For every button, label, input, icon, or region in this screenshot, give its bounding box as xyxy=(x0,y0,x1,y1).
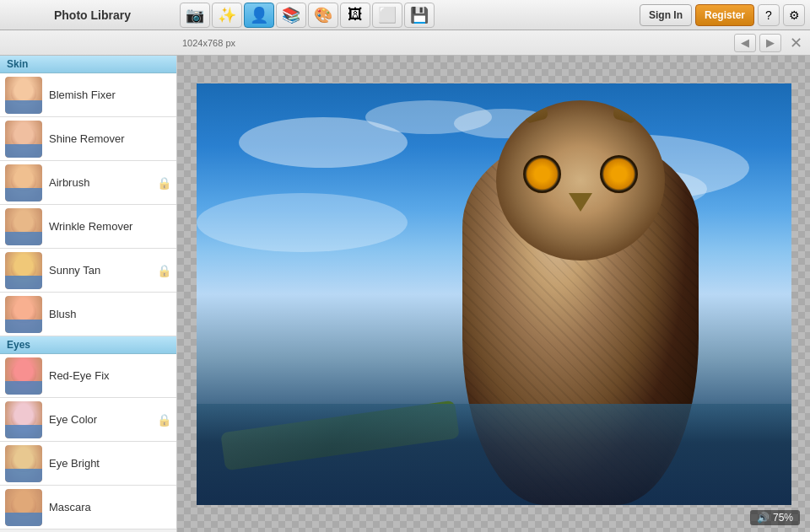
category-skin: Skin xyxy=(0,56,176,73)
sidebar-item-blemish-fixer[interactable]: Blemish Fixer xyxy=(0,73,176,117)
main-area: Skin Blemish Fixer Shine Remover Airbrus… xyxy=(0,56,810,532)
toolbar: 📷✨👤📚🎨🖼⬜💾 xyxy=(180,3,640,28)
mascara-avatar xyxy=(5,489,42,526)
sidebar: Skin Blemish Fixer Shine Remover Airbrus… xyxy=(0,56,177,532)
eye-color-avatar xyxy=(5,401,42,438)
mascara-label: Mascara xyxy=(49,501,171,513)
sidebar-item-blush[interactable]: Blush xyxy=(0,293,176,336)
undo-button[interactable]: ◀ xyxy=(734,34,756,52)
eye-color-pro-icon: 🔒 xyxy=(156,412,171,427)
wrinkle-remover-label: Wrinkle Remover xyxy=(49,220,171,233)
undo-redo-controls: ◀ ▶ xyxy=(734,34,781,52)
header: Photo Library 📷✨👤📚🎨🖼⬜💾 Sign In Register … xyxy=(0,0,810,30)
app-title: Photo Library xyxy=(5,8,180,22)
sidebar-item-eye-color[interactable]: Eye Color🔒 xyxy=(0,398,176,442)
image-dimensions: 1024x768 px xyxy=(5,38,729,48)
wrinkle-remover-avatar xyxy=(5,208,42,245)
redo-button[interactable]: ▶ xyxy=(759,34,781,52)
canvas-background xyxy=(177,56,810,532)
tool-effects-button[interactable]: 🎨 xyxy=(308,3,338,28)
settings-button[interactable]: ⚙ xyxy=(783,4,805,26)
red-eye-fix-avatar xyxy=(5,357,42,395)
sidebar-item-airbrush[interactable]: Airbrush🔒 xyxy=(0,161,176,205)
blush-label: Blush xyxy=(49,308,171,320)
blush-avatar xyxy=(5,296,42,333)
zoom-sound-icon: 🔊 xyxy=(757,512,770,524)
sidebar-item-red-eye-fix[interactable]: Red-Eye Fix xyxy=(0,354,176,398)
help-button[interactable]: ? xyxy=(758,4,780,26)
header-right: Sign In Register ? ⚙ xyxy=(640,4,805,26)
eye-bright-avatar xyxy=(5,445,42,482)
tool-frames-button[interactable]: 🖼 xyxy=(340,3,370,28)
sunny-tan-avatar xyxy=(5,252,42,289)
sidebar-item-shine-remover[interactable]: Shine Remover xyxy=(0,117,176,161)
sidebar-item-sunny-tan[interactable]: Sunny Tan🔒 xyxy=(0,249,176,293)
close-button[interactable]: ✕ xyxy=(786,34,805,52)
category-eyes: Eyes xyxy=(0,336,176,354)
zoom-level: 75% xyxy=(773,512,793,524)
airbrush-avatar xyxy=(5,164,42,202)
eye-bright-label: Eye Bright xyxy=(49,457,171,470)
sidebar-item-eye-bright[interactable]: Eye Bright xyxy=(0,442,176,486)
sign-in-button[interactable]: Sign In xyxy=(640,4,692,26)
zoom-indicator: 🔊 75% xyxy=(750,510,800,525)
airbrush-label: Airbrush xyxy=(49,176,149,189)
tool-portrait-button[interactable]: 👤 xyxy=(244,3,274,28)
eye-color-label: Eye Color xyxy=(49,413,149,426)
shine-remover-label: Shine Remover xyxy=(49,132,171,145)
blemish-fixer-avatar xyxy=(5,77,42,114)
sunny-tan-label: Sunny Tan xyxy=(49,264,149,277)
red-eye-fix-label: Red-Eye Fix xyxy=(49,369,171,382)
blemish-fixer-label: Blemish Fixer xyxy=(49,89,171,101)
canvas-area[interactable]: 🔊 75% xyxy=(177,56,810,532)
sub-header: 1024x768 px ◀ ▶ ✕ xyxy=(0,30,810,56)
register-button[interactable]: Register xyxy=(695,4,754,26)
tool-enhance-button[interactable]: ✨ xyxy=(212,3,242,28)
tool-texture-button[interactable]: ⬜ xyxy=(372,3,402,28)
sidebar-item-mascara[interactable]: Mascara xyxy=(0,486,176,529)
airbrush-pro-icon: 🔒 xyxy=(156,175,171,191)
main-image xyxy=(197,83,791,505)
sunny-tan-pro-icon: 🔒 xyxy=(156,263,171,278)
tool-save-button[interactable]: 💾 xyxy=(404,3,435,28)
shine-remover-avatar xyxy=(5,121,42,158)
tool-layers-button[interactable]: 📚 xyxy=(276,3,306,28)
sidebar-item-wrinkle-remover[interactable]: Wrinkle Remover xyxy=(0,205,176,249)
tool-library-button[interactable]: 📷 xyxy=(180,3,210,28)
